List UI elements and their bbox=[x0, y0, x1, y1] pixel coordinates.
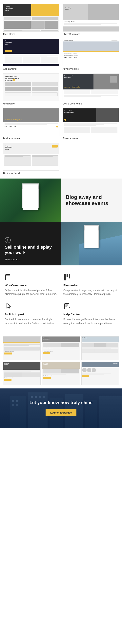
demo-label: App Landing bbox=[3, 68, 59, 70]
feature-description: Get the full theme demo content with a s… bbox=[5, 318, 59, 325]
demo-label: Conference Home bbox=[63, 102, 119, 105]
mock-screen: Inspiring the nextand future generationo… bbox=[3, 74, 59, 101]
svg-rect-13 bbox=[12, 400, 14, 402]
building-bg bbox=[79, 235, 122, 266]
demo-thumb-bizgrowth[interactable]: Corporateconsultancytheme bbox=[3, 143, 59, 171]
demo-thumb-finance[interactable]: One of a kindbusiness keynote bbox=[63, 108, 119, 136]
more-thumb-2[interactable]: Learn aboutour practices Learn about our… bbox=[42, 336, 80, 360]
sell-right-image bbox=[61, 222, 122, 266]
svg-rect-15 bbox=[12, 404, 14, 406]
demo-label: Main Home bbox=[3, 33, 59, 36]
more-screenshots-grid: Feel free to contact us Learn aboutour p… bbox=[3, 336, 119, 385]
demo-label: Slider Showcase bbox=[63, 33, 119, 36]
cta-section: Let your know-how truly shine Launch Exp… bbox=[0, 388, 122, 428]
demo-thumb-business[interactable]: agencies. ✦ Inspiring the n... 32K 16+ 6… bbox=[3, 108, 59, 136]
demo-label: Advisory Home bbox=[63, 68, 119, 70]
svg-rect-12 bbox=[99, 396, 122, 428]
svg-rect-2 bbox=[64, 274, 66, 280]
demo-label: Business Home bbox=[3, 137, 59, 140]
more-thumb-5[interactable]: CorporateSolutions Feel free to contact … bbox=[42, 362, 80, 385]
sell-image bbox=[61, 222, 122, 266]
cta-button[interactable]: Launch Expertise bbox=[46, 409, 76, 416]
demos-section: Leadingconsultancytheme bbox=[0, 0, 122, 178]
demo-thumb-advisory[interactable]: Advisory Home Inspiring the now, next an… bbox=[63, 39, 119, 66]
hero-text: Leadingconsultancytheme bbox=[5, 6, 13, 11]
features-grid: WooCommerce Fully compatible with the mo… bbox=[5, 273, 117, 325]
mock-screen: Advisory Home Inspiring the now, next an… bbox=[63, 39, 119, 66]
feature-oneclick: 1-click import Get the full theme demo c… bbox=[5, 302, 59, 325]
blog-image bbox=[0, 178, 61, 222]
click-icon bbox=[5, 302, 13, 310]
mock-screen: Corporateconsultancytheme bbox=[3, 143, 59, 170]
svg-rect-14 bbox=[16, 400, 18, 402]
svg-rect-3 bbox=[67, 274, 68, 277]
more-screenshots-section: Feel free to contact us Learn aboutour p… bbox=[0, 333, 122, 388]
more-thumb-4[interactable]: BusinessServices Feel free to contact us bbox=[3, 362, 41, 385]
demos-grid: Leadingconsultancytheme bbox=[3, 4, 119, 174]
demo-item[interactable]: Leadingconsultancytheme bbox=[3, 4, 59, 36]
shop-portfolio-link[interactable]: Shop & portfolio bbox=[5, 258, 56, 261]
demo-thumb-conference[interactable]: Leading contentevery thanks agencies. ✦ … bbox=[63, 74, 119, 101]
svg-rect-20 bbox=[43, 396, 45, 398]
svg-rect-16 bbox=[16, 404, 18, 406]
demo-item[interactable]: agencies. ✦ Inspiring the n... 32K 16+ 6… bbox=[3, 108, 59, 140]
feature-description: Fully compatible with the most popular &… bbox=[5, 288, 59, 296]
blog-tagline: Blog away and showcase events bbox=[66, 194, 117, 206]
feature-title: Help Center bbox=[63, 312, 117, 316]
blog-right: Blog away and showcase events bbox=[61, 178, 122, 222]
sell-coin-icon: ₿ bbox=[5, 237, 11, 243]
svg-rect-5 bbox=[65, 304, 69, 309]
svg-rect-4 bbox=[69, 274, 70, 278]
mock-screen: agencies. ✦ Inspiring the n... 32K 16+ 6… bbox=[3, 108, 59, 136]
demo-label: Grid Home bbox=[3, 102, 59, 105]
features-section: WooCommerce Fully compatible with the mo… bbox=[0, 266, 122, 333]
more-thumb-3[interactable]: Our Team bbox=[81, 336, 119, 360]
demo-label: Finance Home bbox=[63, 137, 119, 140]
sell-left: ₿ Sell online and display your work Shop… bbox=[0, 222, 61, 266]
svg-rect-18 bbox=[35, 396, 37, 398]
mock-screen: Corporateconsultancytheme bbox=[3, 39, 59, 66]
shop-link-text: Shop & portfolio bbox=[5, 258, 20, 261]
demo-thumb-slider[interactable]: ConsultingGoods Advisory Home bbox=[63, 4, 119, 32]
mock-screen: ConsultingGoods Advisory Home bbox=[63, 4, 119, 32]
svg-rect-17 bbox=[31, 396, 33, 398]
demo-thumb-grid[interactable]: Inspiring the nextand future generationo… bbox=[3, 74, 59, 101]
sell-title: Sell online and display your work bbox=[5, 245, 56, 255]
more-thumb-1[interactable]: Feel free to contact us bbox=[3, 336, 41, 360]
demo-item[interactable]: One of a kindbusiness keynote Fi bbox=[63, 108, 119, 140]
feature-description: Compose & edit pages on your site with t… bbox=[63, 288, 117, 296]
feature-helpcenter: Help Center Browse Knowledge Base articl… bbox=[63, 302, 117, 325]
demo-label: Business Growth bbox=[3, 172, 59, 174]
demo-thumb-main-home[interactable]: Leadingconsultancytheme bbox=[3, 4, 59, 32]
help-icon bbox=[63, 302, 71, 310]
woo-icon bbox=[5, 273, 13, 281]
blog-left-image bbox=[0, 178, 61, 222]
demo-item[interactable]: Corporateconsultancytheme App Landi bbox=[3, 39, 59, 70]
demo-item[interactable]: Advisory Home Inspiring the now, next an… bbox=[63, 39, 119, 70]
mock-screen: Leadingconsultancytheme bbox=[3, 4, 59, 32]
svg-rect-0 bbox=[6, 274, 10, 280]
blog-section: Blog away and showcase events bbox=[0, 178, 122, 222]
hero-bar: Leadingconsultancytheme bbox=[3, 4, 59, 16]
mock-screen: Leading contentevery thanks agencies. ✦ … bbox=[63, 74, 119, 101]
elementor-icon bbox=[63, 273, 71, 281]
mock-screen: One of a kindbusiness keynote bbox=[63, 108, 119, 136]
svg-rect-19 bbox=[39, 396, 41, 398]
feature-elementor: Elementor Compose & edit pages on your s… bbox=[63, 273, 117, 296]
feature-description: Browse Knowledge Base articles, view the… bbox=[63, 318, 117, 325]
feature-title: Elementor bbox=[63, 284, 117, 287]
cta-title: Let your know-how truly shine bbox=[30, 400, 92, 405]
demo-item[interactable]: Corporateconsultancytheme bbox=[3, 143, 59, 174]
more-thumb-6[interactable]: Our Team bbox=[81, 362, 119, 385]
feature-title: WooCommerce bbox=[5, 284, 59, 287]
feature-woocommerce: WooCommerce Fully compatible with the mo… bbox=[5, 273, 59, 296]
demo-thumb-app[interactable]: Corporateconsultancytheme bbox=[3, 39, 59, 66]
sell-section: ₿ Sell online and display your work Shop… bbox=[0, 222, 122, 266]
feature-title: 1-click import bbox=[5, 312, 59, 316]
demo-item[interactable]: Inspiring the nextand future generationo… bbox=[3, 74, 59, 105]
demo-item[interactable]: ConsultingGoods Advisory Home Slider Sho… bbox=[63, 4, 119, 36]
demo-item[interactable]: Leading contentevery thanks agencies. ✦ … bbox=[63, 74, 119, 105]
